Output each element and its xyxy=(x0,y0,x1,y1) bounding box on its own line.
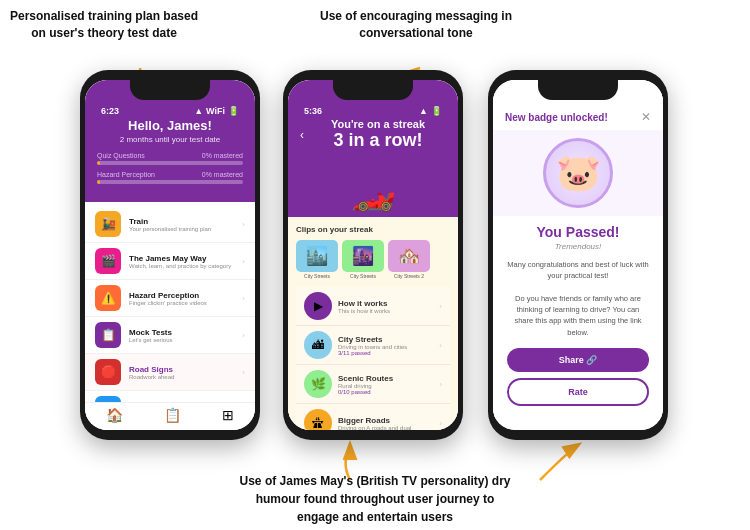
badge-pig-icon: 🐷 xyxy=(543,138,613,208)
hazard-percent: 0% mastered xyxy=(202,171,243,178)
city-text: City Streets Driving in towns and cities… xyxy=(338,335,433,356)
bigger-chevron: › xyxy=(439,419,442,428)
phone3-notch xyxy=(538,80,618,100)
phone3-badge-header: New badge unlocked! ✕ xyxy=(493,100,663,130)
phone1-greeting: Hello, James! xyxy=(97,118,243,133)
how-works-text: How it works This is how it works xyxy=(338,299,433,314)
roadsigns-text: Road Signs Roadwork ahead xyxy=(129,365,234,380)
phone2-status-icons: ▲🔋 xyxy=(419,106,442,116)
hazard-text: Hazard Perception Finger clickin' practi… xyxy=(129,291,234,306)
phone2-car-area: 🏎️ xyxy=(288,167,458,217)
rate-label: Rate xyxy=(568,387,588,397)
phone2-streak-content: Clips on your streak 🏙️ City Streets 🌆 C… xyxy=(288,217,458,430)
phone2: 5:36 ▲🔋 ‹ You're on a streak 3 in a row!… xyxy=(283,70,463,440)
phone1-notch xyxy=(130,80,210,100)
car-emoji: 🏎️ xyxy=(351,171,396,213)
lesson-bigger[interactable]: 🛣 Bigger Roads Driving on A roads and du… xyxy=(296,404,450,430)
lesson-city[interactable]: 🏙 City Streets Driving in towns and citi… xyxy=(296,326,450,365)
mock-icon: 📋 xyxy=(95,322,121,348)
menu-item-hazard[interactable]: ⚠️ Hazard Perception Finger clickin' pra… xyxy=(85,280,255,317)
clip2-label: City Streets xyxy=(342,273,384,279)
menu-item-train[interactable]: 🚂 Train Your personalised training plan … xyxy=(85,206,255,243)
passed-desc: Many congratulations and best of luck wi… xyxy=(507,259,649,338)
quiz-label: Quiz Questions xyxy=(97,152,145,159)
hazard-chevron: › xyxy=(242,294,245,303)
james-icon: 🎬 xyxy=(95,248,121,274)
arrow-annotation4 xyxy=(540,445,578,480)
scenic-icon: 🌿 xyxy=(304,370,332,398)
train-icon: 🚂 xyxy=(95,211,121,237)
share-button[interactable]: Share 🔗 xyxy=(507,348,649,372)
lesson-list: ▶ How it works This is how it works › 🏙 … xyxy=(296,287,450,430)
mock-text: Mock Tests Let's get serious xyxy=(129,328,234,343)
passed-section: You Passed! Tremendous! Many congratulat… xyxy=(493,216,663,420)
annotation-top-left: Personalised training plan based on user… xyxy=(10,8,198,42)
annotation-bottom-center: Use of James May's (British TV personali… xyxy=(240,472,511,526)
phone1-status-icons: ▲WiFi🔋 xyxy=(194,106,239,116)
phone1-bottom-nav: 🏠 📋 ⊞ xyxy=(85,402,255,430)
james-chevron: › xyxy=(242,257,245,266)
hazard-label: Hazard Perception xyxy=(97,171,155,178)
james-text: The James May Way Watch, learn, and prac… xyxy=(129,254,234,269)
scenic-text: Scenic Routes Rural driving 0/10 passed xyxy=(338,374,433,395)
share-label: Share 🔗 xyxy=(559,355,598,365)
clip-thumbs: 🏙️ City Streets 🌆 City Streets 🏘️ xyxy=(296,240,450,279)
bigger-icon: 🛣 xyxy=(304,409,332,430)
rate-button[interactable]: Rate xyxy=(507,378,649,406)
passed-title: You Passed! xyxy=(507,224,649,240)
train-text: Train Your personalised training plan xyxy=(129,217,234,232)
phone1-time: 6:23 xyxy=(101,106,119,116)
badge-area: 🐷 xyxy=(493,130,663,216)
clip3-thumb: 🏘️ xyxy=(388,240,430,272)
quiz-percent: 0% mastered xyxy=(202,152,243,159)
lesson-scenic[interactable]: 🌿 Scenic Routes Rural driving 0/10 passe… xyxy=(296,365,450,404)
passed-subtitle: Tremendous! xyxy=(507,242,649,251)
city-chevron: › xyxy=(439,341,442,350)
how-works-icon: ▶ xyxy=(304,292,332,320)
phone1: 6:23 ▲WiFi🔋 Hello, James! 2 months until… xyxy=(80,70,260,440)
clip2-thumb: 🌆 xyxy=(342,240,384,272)
phone3: New badge unlocked! ✕ 🐷 You Passed! Trem… xyxy=(488,70,668,440)
menu-item-james[interactable]: 🎬 The James May Way Watch, learn, and pr… xyxy=(85,243,255,280)
clip3-label: City Streets 2 xyxy=(388,273,430,279)
scenic-chevron: › xyxy=(439,380,442,389)
phone1-menu-list: 🚂 Train Your personalised training plan … xyxy=(85,202,255,430)
train-chevron: › xyxy=(242,220,245,229)
close-icon[interactable]: ✕ xyxy=(641,110,651,124)
clip1-label: City Streets xyxy=(296,273,338,279)
badge-title: New badge unlocked! xyxy=(505,112,608,123)
bigger-text: Bigger Roads Driving on A roads and dual xyxy=(338,416,433,431)
nav-home-icon[interactable]: 🏠 xyxy=(106,407,123,423)
menu-item-roadsigns[interactable]: 🛑 Road Signs Roadwork ahead › xyxy=(85,354,255,391)
roadsigns-icon: 🛑 xyxy=(95,359,121,385)
menu-item-mock[interactable]: 📋 Mock Tests Let's get serious › xyxy=(85,317,255,354)
phone2-streak-title: You're on a streak xyxy=(310,118,446,130)
nav-list-icon[interactable]: 📋 xyxy=(164,407,181,423)
clips-label: Clips on your streak xyxy=(296,225,450,234)
phone2-streak-count: 3 in a row! xyxy=(310,130,446,151)
annotation-top-center: Use of encouraging messaging in conversa… xyxy=(320,8,512,42)
phone2-time: 5:36 xyxy=(304,106,322,116)
how-works-chevron: › xyxy=(439,302,442,311)
city-icon: 🏙 xyxy=(304,331,332,359)
phone2-notch xyxy=(333,80,413,100)
phone1-subtext: 2 months until your test date xyxy=(97,135,243,144)
nav-grid-icon[interactable]: ⊞ xyxy=(222,407,234,423)
mock-chevron: › xyxy=(242,331,245,340)
roadsigns-chevron: › xyxy=(242,368,245,377)
clip1-thumb: 🏙️ xyxy=(296,240,338,272)
lesson-how-it-works[interactable]: ▶ How it works This is how it works › xyxy=(296,287,450,326)
hazard-icon: ⚠️ xyxy=(95,285,121,311)
